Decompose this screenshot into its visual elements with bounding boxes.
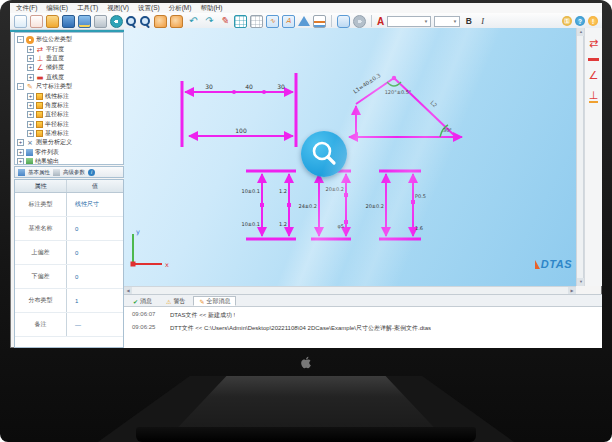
monitor-base bbox=[136, 427, 476, 442]
table-row[interactable]: 备注— bbox=[15, 313, 123, 337]
tree-item-radius-dim[interactable]: +半径标注 bbox=[17, 120, 123, 129]
expand-icon[interactable]: + bbox=[27, 64, 34, 71]
bold-button[interactable]: B bbox=[463, 16, 474, 26]
save-all-icon[interactable] bbox=[78, 15, 91, 28]
table-row[interactable]: 基准名称0 bbox=[15, 217, 123, 241]
dim-label: 30° bbox=[443, 127, 452, 133]
tree-item-linear-dim[interactable]: +线性标注 bbox=[17, 91, 123, 100]
axis-y-label: y bbox=[136, 228, 140, 236]
expand-icon[interactable]: + bbox=[17, 149, 24, 156]
rotate-hand-icon[interactable] bbox=[170, 15, 183, 28]
tree-item-measurement[interactable]: +×测量分析定义 bbox=[17, 138, 123, 147]
menu-edit[interactable]: 编辑(E) bbox=[46, 4, 68, 13]
font-chart-icon[interactable]: A bbox=[282, 15, 295, 28]
dim-label: 30 bbox=[277, 83, 285, 90]
phone-icon[interactable] bbox=[337, 15, 350, 28]
paste-icon[interactable] bbox=[94, 15, 107, 28]
tree-item-tolerance-types[interactable]: -形位公差类型 bbox=[17, 35, 123, 44]
vertical-scrollbar[interactable]: ▲ ▼ bbox=[576, 28, 584, 286]
collapse-icon[interactable]: - bbox=[17, 36, 24, 43]
open-folder-icon[interactable] bbox=[46, 15, 59, 28]
tree-item-angle-dim[interactable]: +角度标注 bbox=[17, 101, 123, 110]
globe-icon[interactable] bbox=[353, 15, 366, 28]
font-color-button[interactable]: A bbox=[377, 16, 384, 27]
italic-button[interactable]: I bbox=[477, 16, 488, 26]
property-toolbar: 基本属性 高级参数 i bbox=[14, 166, 124, 178]
menu-help[interactable]: 帮助(H) bbox=[200, 4, 222, 13]
help-icon[interactable]: ? bbox=[575, 16, 585, 26]
menu-settings[interactable]: 设置(S) bbox=[138, 4, 160, 13]
expand-icon[interactable]: + bbox=[27, 46, 34, 53]
new-template-icon[interactable] bbox=[30, 15, 43, 28]
key-icon[interactable]: ⚿ bbox=[562, 16, 572, 26]
gear-icon bbox=[26, 36, 34, 44]
expand-icon[interactable]: + bbox=[17, 139, 24, 146]
redo-icon[interactable]: ↷ bbox=[202, 15, 215, 28]
app-window: 文件(F) 编辑(E) 工具(T) 视图(V) 设置(S) 分析(M) 帮助(H… bbox=[10, 3, 602, 348]
table-row[interactable]: 下偏差0 bbox=[15, 265, 123, 289]
font-family-select[interactable]: ▼ bbox=[387, 16, 431, 27]
expand-icon[interactable]: + bbox=[27, 74, 34, 81]
dim-label: 1.2 bbox=[279, 188, 287, 194]
expand-icon[interactable]: + bbox=[27, 93, 34, 100]
save-icon[interactable] bbox=[62, 15, 75, 28]
dtas-logo-mark bbox=[535, 260, 540, 269]
help-icon-group: ⚿ ? ! bbox=[562, 16, 598, 26]
triangle-chart-icon[interactable] bbox=[298, 16, 310, 26]
table-row[interactable]: 分布类型1 bbox=[15, 289, 123, 313]
table-row[interactable]: 标注类型线性尺寸 bbox=[15, 193, 123, 217]
zoom-out-icon[interactable] bbox=[140, 16, 151, 27]
basic-props-label[interactable]: 基本属性 bbox=[28, 169, 50, 176]
drawing-canvas[interactable]: y x 30 40 30 100 L1=40±0.3 120°±0.5° L2 … bbox=[124, 28, 576, 286]
refresh-gear-icon[interactable] bbox=[110, 15, 123, 28]
expand-icon[interactable]: + bbox=[27, 102, 34, 109]
tree-item-angularity[interactable]: +∠倾斜度 bbox=[17, 63, 123, 72]
tab-all-messages[interactable]: ✎全部消息 bbox=[193, 296, 236, 306]
expand-icon[interactable]: + bbox=[27, 111, 34, 118]
zoom-in-icon[interactable] bbox=[126, 16, 137, 27]
linear-dim-icon[interactable] bbox=[588, 58, 599, 61]
parallel-dim-icon[interactable]: ⇄ bbox=[589, 38, 598, 49]
table-icon[interactable] bbox=[250, 15, 263, 28]
new-file-icon[interactable] bbox=[14, 15, 27, 28]
tree-item-parallelism[interactable]: +⇄平行度 bbox=[17, 44, 123, 53]
font-size-select[interactable]: ▼ bbox=[434, 16, 460, 27]
tree-item-dimension-types[interactable]: -✎尺寸标注类型 bbox=[17, 82, 123, 91]
info-icon[interactable]: i bbox=[88, 169, 95, 176]
pan-hand-icon[interactable] bbox=[154, 15, 167, 28]
tree-item-straightness[interactable]: +▬直线度 bbox=[17, 73, 123, 82]
tree-item-perpendicularity[interactable]: +⊥垂直度 bbox=[17, 54, 123, 63]
expand-icon[interactable]: + bbox=[27, 55, 34, 62]
menu-view[interactable]: 视图(V) bbox=[107, 4, 129, 13]
angle-dim-icon[interactable]: ∠ bbox=[589, 70, 599, 81]
tab-messages[interactable]: ✔消息 bbox=[127, 296, 158, 306]
tree-item-parts[interactable]: +零件列表 bbox=[17, 148, 123, 157]
table-row[interactable]: 上偏差0 bbox=[15, 241, 123, 265]
tab-warnings[interactable]: ⚠警告 bbox=[160, 296, 191, 306]
menu-file[interactable]: 文件(F) bbox=[16, 4, 37, 13]
bars-chart-icon[interactable] bbox=[313, 15, 326, 28]
tree-item-diameter-dim[interactable]: +直径标注 bbox=[17, 110, 123, 119]
expand-icon[interactable]: + bbox=[17, 158, 24, 165]
advanced-props-label[interactable]: 高级参数 bbox=[63, 169, 85, 176]
bulb-icon[interactable]: ! bbox=[588, 16, 598, 26]
brush-icon[interactable]: ✎ bbox=[218, 15, 231, 28]
grid-icon[interactable] bbox=[234, 15, 247, 28]
collapse-icon[interactable]: - bbox=[17, 83, 24, 90]
chart-window-icon[interactable]: ∿ bbox=[266, 15, 279, 28]
menu-tools[interactable]: 工具(T) bbox=[77, 4, 98, 13]
perpendicular-dim-icon[interactable]: ⊥ bbox=[589, 90, 599, 103]
tree-item-datum-dim[interactable]: +基准标注 bbox=[17, 129, 123, 138]
expand-icon[interactable]: + bbox=[27, 121, 34, 128]
undo-icon[interactable]: ↶ bbox=[186, 15, 199, 28]
magnifier-button[interactable] bbox=[301, 131, 347, 177]
horizontal-scrollbar[interactable]: ◀ ▶ bbox=[124, 286, 576, 294]
dim-label: 20±0.2 bbox=[325, 186, 344, 192]
tree-item-results[interactable]: +结果输出 bbox=[17, 157, 123, 165]
expand-icon[interactable]: + bbox=[27, 130, 34, 137]
menu-analysis[interactable]: 分析(M) bbox=[169, 4, 192, 13]
dtas-logo: DTAS bbox=[535, 258, 572, 270]
chevron-down-icon: ▼ bbox=[424, 19, 428, 24]
result-icon bbox=[26, 158, 33, 165]
property-table: 属性 值 标注类型线性尺寸 基准名称0 上偏差0 下偏差0 分布类型1 备注— bbox=[14, 179, 124, 348]
